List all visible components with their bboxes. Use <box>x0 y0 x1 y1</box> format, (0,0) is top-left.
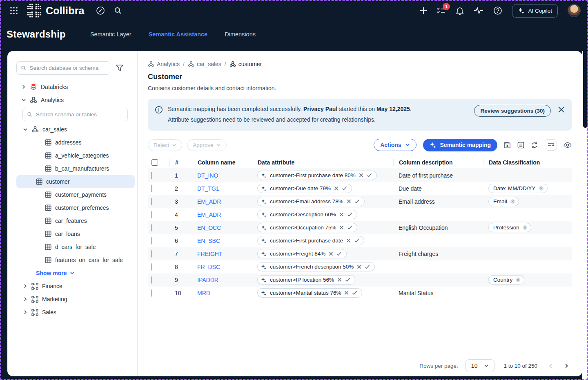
help-icon[interactable] <box>493 6 502 15</box>
row-checkbox[interactable] <box>151 224 152 231</box>
sidebar-item-analytics[interactable]: Analytics <box>7 93 137 107</box>
sidebar-table-customer_payments[interactable]: customer_payments <box>16 188 135 201</box>
row-checkbox[interactable] <box>151 172 152 179</box>
sidebar-table-car_loans[interactable]: car_loans <box>16 227 135 240</box>
reject-suggestion-icon[interactable] <box>334 186 339 191</box>
row-checkbox[interactable] <box>151 198 152 205</box>
schema-search[interactable] <box>22 108 128 121</box>
database-search-input[interactable] <box>29 65 106 71</box>
accept-suggestion-icon[interactable] <box>347 212 352 217</box>
ai-copilot-button[interactable]: AI Copilot <box>512 4 558 18</box>
sidebar-table-customer[interactable]: customer <box>16 175 135 188</box>
accept-suggestion-icon[interactable] <box>345 278 350 282</box>
select-all-checkbox[interactable] <box>151 159 158 166</box>
column-name-link[interactable]: FREIGHT <box>197 251 222 257</box>
classification-pill[interactable]: Country <box>488 275 524 284</box>
remove-classification-icon[interactable] <box>539 186 544 191</box>
review-suggestions-button[interactable]: Review suggestions (30) <box>474 105 551 117</box>
approve-button[interactable]: Approve <box>187 139 226 151</box>
breadcrumb-Analytics[interactable]: Analytics <box>148 61 180 67</box>
accept-suggestion-icon[interactable] <box>365 264 370 269</box>
tab-semantic-assistance[interactable]: Semantic Assistance <box>149 31 208 38</box>
column-name-link[interactable]: MRD <box>197 290 210 296</box>
sidebar-table-features_on_cars_for_sale[interactable]: features_on_cars_for_sale <box>16 253 135 267</box>
add-icon[interactable] <box>420 7 427 14</box>
search-icon[interactable] <box>114 7 122 15</box>
app-grid-icon[interactable] <box>10 7 18 15</box>
remove-classification-icon[interactable] <box>510 199 515 204</box>
actions-button[interactable]: Actions <box>374 139 416 151</box>
refresh-icon[interactable] <box>531 142 538 149</box>
data-attribute-pill[interactable]: customer>Occupation 75% <box>257 223 357 232</box>
row-checkbox[interactable] <box>151 250 152 258</box>
sidebar-table-d_cars_for_sale[interactable]: d_cars_for_sale <box>16 240 135 253</box>
column-name-link[interactable]: FR_DSC <box>197 264 220 270</box>
row-checkbox[interactable] <box>151 211 152 218</box>
reject-suggestion-icon[interactable] <box>357 264 361 269</box>
remove-classification-icon[interactable] <box>522 225 528 230</box>
data-attribute-pill[interactable]: customer>First purchase date 80% <box>257 171 377 180</box>
column-name-link[interactable]: IPADDR <box>197 277 218 283</box>
sidebar-table-a_vehicle_categories[interactable]: a_vehicle_categories <box>16 149 135 162</box>
data-attribute-pill[interactable]: customer>French description 50% <box>257 262 375 271</box>
reject-suggestion-icon[interactable] <box>346 238 351 243</box>
reject-suggestion-icon[interactable] <box>359 173 363 178</box>
filter-icon[interactable] <box>116 64 123 71</box>
remove-classification-icon[interactable] <box>515 277 521 282</box>
sidebar-dimension-finance[interactable]: Finance <box>7 280 137 293</box>
classification-pill[interactable]: Profession <box>488 223 531 232</box>
data-attribute-pill[interactable]: customer>Description 60% <box>257 210 357 219</box>
semantic-mapping-button[interactable]: Semantic mapping <box>423 139 497 151</box>
reject-suggestion-icon[interactable] <box>344 291 349 295</box>
accept-suggestion-icon[interactable] <box>367 173 372 178</box>
column-name-link[interactable]: EN_SBC <box>197 238 220 244</box>
column-name-link[interactable]: EN_OCC <box>197 224 221 231</box>
details-list-icon[interactable] <box>517 142 524 149</box>
visibility-icon[interactable] <box>564 142 572 148</box>
sidebar-table-customer_prefernces[interactable]: customer_prefernces <box>16 201 135 214</box>
user-avatar[interactable] <box>568 4 581 17</box>
schema-search-input[interactable] <box>36 111 123 118</box>
data-attribute-pill[interactable]: customer>Email address 78% <box>257 197 365 206</box>
banner-close-icon[interactable] <box>558 107 564 113</box>
column-name-link[interactable]: EM_ADR <box>197 211 221 218</box>
sidebar-table-car_features[interactable]: car_features <box>16 214 135 227</box>
sidebar-item-databricks[interactable]: Databricks <box>7 80 137 93</box>
classification-pill[interactable]: Email <box>488 197 519 206</box>
accept-suggestion-icon[interactable] <box>354 199 360 204</box>
accept-suggestion-icon[interactable] <box>336 251 342 256</box>
row-checkbox[interactable] <box>151 237 152 244</box>
collibra-logo[interactable]: Collibra <box>27 3 85 18</box>
data-attribute-pill[interactable]: customer>First purchase date <box>257 236 364 245</box>
save-icon[interactable] <box>504 142 511 149</box>
sidebar-item-car-sales[interactable]: car_sales <box>7 123 137 136</box>
reject-suggestion-icon[interactable] <box>347 199 351 204</box>
sidebar-dimension-sales[interactable]: Sales <box>7 306 137 319</box>
data-attribute-pill[interactable]: customer>Freight 84% <box>257 249 347 258</box>
breadcrumb-customer[interactable]: customer <box>229 61 262 67</box>
classification-pill[interactable]: Date: MM/DD/YY <box>488 184 548 193</box>
compass-icon[interactable] <box>96 6 105 15</box>
tasks-icon[interactable]: 1 <box>437 7 446 15</box>
column-name-link[interactable]: EM_ADR <box>197 198 221 205</box>
scrollbar-track[interactable] <box>582 51 588 380</box>
breadcrumb-car_sales[interactable]: car_sales <box>188 61 221 67</box>
sidebar-table-b_car_manufacturers[interactable]: b_car_manufacturers <box>16 162 135 175</box>
row-checkbox[interactable] <box>151 276 152 284</box>
accept-suggestion-icon[interactable] <box>352 291 357 295</box>
reject-button[interactable]: Reject <box>148 139 182 151</box>
reorder-columns-icon[interactable] <box>545 139 557 151</box>
reject-suggestion-icon[interactable] <box>339 225 344 230</box>
data-attribute-pill[interactable]: customer>IP location 56% <box>257 275 355 284</box>
sidebar-table-addresses[interactable]: addresses <box>16 136 135 149</box>
tab-semantic-layer[interactable]: Semantic Layer <box>90 31 131 38</box>
reject-suggestion-icon[interactable] <box>339 212 344 217</box>
sidebar-dimension-marketing[interactable]: Marketing <box>7 293 137 306</box>
activity-icon[interactable] <box>474 7 483 14</box>
row-checkbox[interactable] <box>151 263 152 271</box>
reject-suggestion-icon[interactable] <box>329 251 333 256</box>
tab-dimensions[interactable]: Dimensions <box>225 31 256 38</box>
next-page-icon[interactable] <box>564 363 569 369</box>
accept-suggestion-icon[interactable] <box>342 186 347 191</box>
accept-suggestion-icon[interactable] <box>354 238 359 243</box>
